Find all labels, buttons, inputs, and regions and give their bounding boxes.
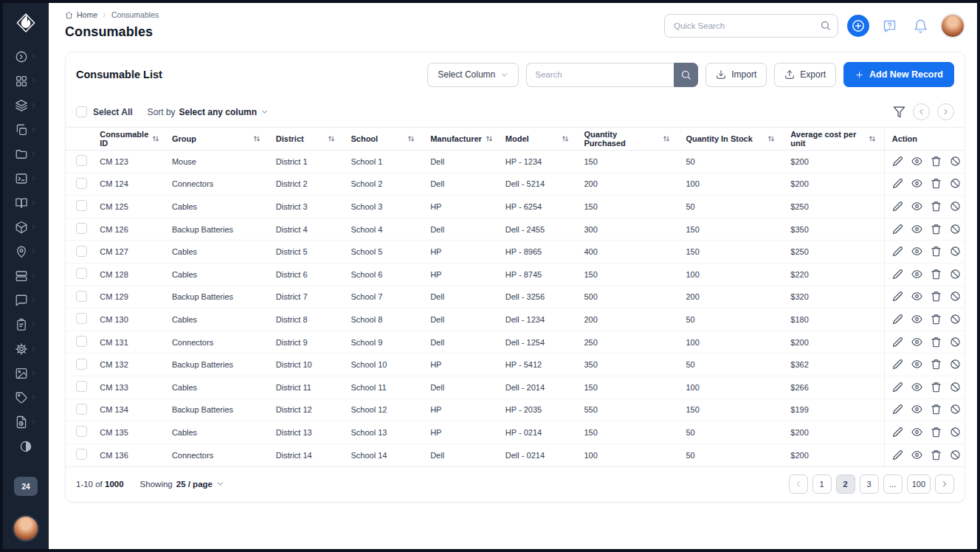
pagination-next-button[interactable] <box>935 475 954 494</box>
table-search-input[interactable] <box>526 63 674 87</box>
row-checkbox[interactable] <box>76 404 87 415</box>
columns-scroll-left-button[interactable] <box>913 103 930 120</box>
edit-icon[interactable] <box>892 359 903 370</box>
disable-icon[interactable] <box>950 404 961 415</box>
sort-icon[interactable] <box>151 134 160 143</box>
view-icon[interactable] <box>911 449 922 461</box>
disable-icon[interactable] <box>950 427 961 438</box>
delete-icon[interactable] <box>931 201 942 213</box>
delete-icon[interactable] <box>931 178 942 190</box>
delete-icon[interactable] <box>931 404 942 415</box>
select-all-checkbox[interactable] <box>76 106 87 117</box>
sidebar-item-apps[interactable] <box>3 69 49 93</box>
disable-icon[interactable] <box>950 337 961 348</box>
row-checkbox[interactable] <box>76 223 87 234</box>
view-icon[interactable] <box>911 224 922 235</box>
col-header-district[interactable]: District <box>269 128 344 151</box>
delete-icon[interactable] <box>931 427 942 438</box>
row-checkbox[interactable] <box>76 155 87 166</box>
sort-icon[interactable] <box>767 134 776 143</box>
sidebar-item-settings[interactable] <box>3 337 49 361</box>
edit-icon[interactable] <box>892 246 903 258</box>
delete-icon[interactable] <box>931 337 942 348</box>
row-checkbox[interactable] <box>76 246 87 257</box>
col-header-model[interactable]: Model <box>498 128 577 151</box>
sidebar-item-lists[interactable] <box>3 263 49 288</box>
sidebar-item-console[interactable] <box>3 166 49 190</box>
sidebar-avatar[interactable] <box>13 515 39 542</box>
row-checkbox[interactable] <box>76 178 87 189</box>
sort-icon[interactable] <box>327 134 336 143</box>
disable-icon[interactable] <box>950 156 961 168</box>
help-button[interactable] <box>878 15 900 37</box>
col-header-manufacturer[interactable]: Manufacturer <box>423 128 498 151</box>
add-new-record-button[interactable]: Add New Record <box>843 62 954 87</box>
table-search-button[interactable] <box>674 63 698 87</box>
pagination-page-100[interactable]: 100 <box>907 475 931 494</box>
view-icon[interactable] <box>911 359 922 370</box>
sort-icon[interactable] <box>662 134 671 143</box>
user-avatar[interactable] <box>940 13 965 38</box>
row-checkbox[interactable] <box>76 291 87 302</box>
edit-icon[interactable] <box>892 427 903 438</box>
view-icon[interactable] <box>911 291 922 303</box>
disable-icon[interactable] <box>950 201 961 213</box>
disable-icon[interactable] <box>950 291 961 303</box>
col-header-quantity-in-stock[interactable]: Quantity In Stock <box>678 128 783 151</box>
sidebar-item-pages[interactable] <box>3 117 49 142</box>
col-header-quantity-purchased[interactable]: Quantity Purchased <box>577 128 679 151</box>
sort-by-dropdown[interactable]: Sort by Select any column <box>148 107 269 117</box>
sidebar-count-badge[interactable]: 24 <box>14 477 38 496</box>
disable-icon[interactable] <box>950 359 961 370</box>
delete-icon[interactable] <box>931 382 942 393</box>
delete-icon[interactable] <box>931 246 942 258</box>
pagination-page-2-active[interactable]: 2 <box>836 475 855 494</box>
delete-icon[interactable] <box>931 449 942 461</box>
select-column-dropdown[interactable]: Select Column <box>427 63 519 87</box>
app-logo[interactable] <box>15 12 37 34</box>
view-icon[interactable] <box>911 156 922 168</box>
sidebar-item-tasks[interactable] <box>3 312 49 337</box>
filter-icon[interactable] <box>893 106 905 118</box>
edit-icon[interactable] <box>892 178 903 190</box>
edit-icon[interactable] <box>892 449 903 461</box>
edit-icon[interactable] <box>892 269 903 280</box>
row-checkbox[interactable] <box>76 268 87 279</box>
col-header-school[interactable]: School <box>343 128 423 151</box>
view-icon[interactable] <box>911 404 922 415</box>
row-checkbox[interactable] <box>76 200 87 211</box>
sidebar-item-layers[interactable] <box>3 93 49 117</box>
view-icon[interactable] <box>911 382 922 393</box>
sidebar-item-logs[interactable] <box>3 410 49 434</box>
delete-icon[interactable] <box>931 156 942 168</box>
search-icon[interactable] <box>820 20 831 31</box>
sidebar-item-tags[interactable] <box>3 385 49 410</box>
view-icon[interactable] <box>911 427 922 438</box>
quick-add-button[interactable] <box>847 15 869 37</box>
sort-icon[interactable] <box>561 134 570 143</box>
delete-icon[interactable] <box>931 314 942 325</box>
per-page-dropdown[interactable]: Showing 25 / page <box>140 480 224 489</box>
row-checkbox[interactable] <box>76 336 87 347</box>
edit-icon[interactable] <box>892 291 903 303</box>
quick-search-input[interactable] <box>664 14 838 38</box>
sidebar-item-locations[interactable] <box>3 239 49 263</box>
row-checkbox[interactable] <box>76 381 87 392</box>
sort-icon[interactable] <box>252 134 261 143</box>
disable-icon[interactable] <box>950 449 961 461</box>
delete-icon[interactable] <box>931 269 942 280</box>
edit-icon[interactable] <box>892 224 903 235</box>
columns-scroll-right-button[interactable] <box>937 103 954 120</box>
row-checkbox[interactable] <box>76 426 87 437</box>
disable-icon[interactable] <box>950 224 961 235</box>
sidebar-item-files[interactable] <box>3 142 49 166</box>
sort-icon[interactable] <box>407 134 415 143</box>
pagination-ellipsis[interactable]: ... <box>883 475 903 494</box>
sidebar-item-theme[interactable] <box>3 434 49 458</box>
view-icon[interactable] <box>911 178 922 190</box>
breadcrumb-home[interactable]: Home <box>77 10 97 19</box>
export-button[interactable]: Export <box>774 63 836 87</box>
view-icon[interactable] <box>911 201 922 213</box>
edit-icon[interactable] <box>892 156 903 168</box>
view-icon[interactable] <box>911 337 922 348</box>
